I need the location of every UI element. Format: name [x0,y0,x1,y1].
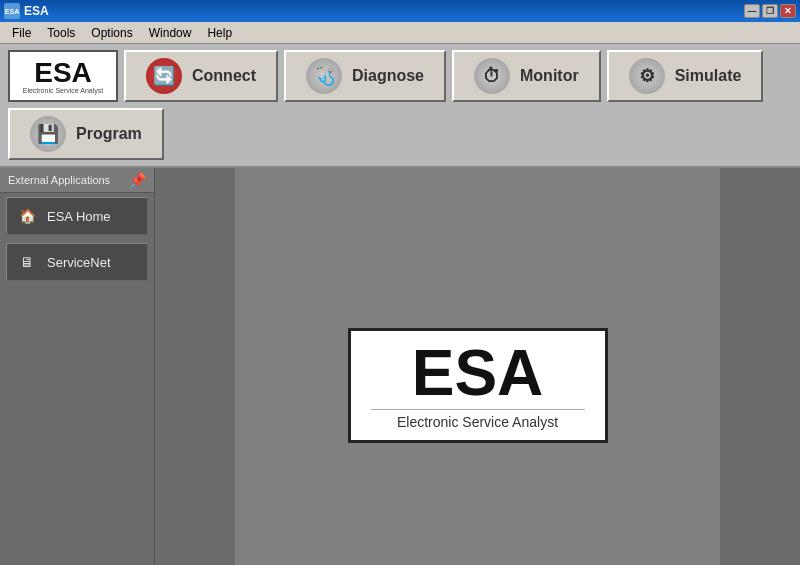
menu-bar: File Tools Options Window Help [0,22,800,44]
main-layout: External Applications 📌 🏠 ESA Home 🖥 Ser… [0,168,800,565]
content-center-panel: ESA Electronic Service Analyst [235,168,720,565]
program-label: Program [76,125,142,143]
servicenet-icon: 🖥 [17,252,37,272]
connect-button[interactable]: 🔄 Connect [124,50,278,102]
sidebar-title: External Applications [8,174,110,186]
title-bar: ESA ESA — ❐ ✕ [0,0,800,22]
sidebar-item-esa-home[interactable]: 🏠 ESA Home [6,197,148,235]
menu-file[interactable]: File [4,24,39,42]
sidebar-pin-icon[interactable]: 📌 [129,172,146,188]
app-icon: ESA [4,3,20,19]
esa-logo-text: ESA [34,59,92,87]
menu-options[interactable]: Options [83,24,140,42]
menu-window[interactable]: Window [141,24,200,42]
main-toolbar: ESA Electronic Service Analyst 🔄 Connect… [0,44,800,168]
program-icon: 💾 [30,116,66,152]
simulate-icon: ⚙ [629,58,665,94]
esa-center-logo: ESA Electronic Service Analyst [348,328,608,443]
sidebar-header: External Applications 📌 [0,168,154,193]
diagnose-button[interactable]: 🩺 Diagnose [284,50,446,102]
esa-logo-subtitle: Electronic Service Analyst [23,87,104,94]
home-icon: 🏠 [17,206,37,226]
monitor-button[interactable]: ⏱ Monitor [452,50,601,102]
esa-center-tagline: Electronic Service Analyst [371,409,585,430]
menu-tools[interactable]: Tools [39,24,83,42]
content-area: ESA Electronic Service Analyst [155,168,800,565]
diagnose-icon: 🩺 [306,58,342,94]
program-button[interactable]: 💾 Program [8,108,164,160]
diagnose-label: Diagnose [352,67,424,85]
restore-button[interactable]: ❐ [762,4,778,18]
menu-help[interactable]: Help [199,24,240,42]
sidebar-item-servicenet-label: ServiceNet [47,255,111,270]
minimize-button[interactable]: — [744,4,760,18]
window-controls: — ❐ ✕ [744,4,796,18]
content-inner: ESA Electronic Service Analyst [155,168,800,565]
content-right-panel [720,168,800,565]
content-left-panel [155,168,235,565]
connect-label: Connect [192,67,256,85]
simulate-label: Simulate [675,67,742,85]
monitor-icon: ⏱ [474,58,510,94]
monitor-label: Monitor [520,67,579,85]
sidebar-item-esa-home-label: ESA Home [47,209,111,224]
titlebar-left: ESA ESA [4,3,49,19]
esa-header-logo: ESA Electronic Service Analyst [8,50,118,102]
window-title: ESA [24,4,49,18]
sidebar: External Applications 📌 🏠 ESA Home 🖥 Ser… [0,168,155,565]
close-button[interactable]: ✕ [780,4,796,18]
esa-center-logo-text: ESA [371,341,585,405]
simulate-button[interactable]: ⚙ Simulate [607,50,764,102]
sidebar-item-servicenet[interactable]: 🖥 ServiceNet [6,243,148,281]
connect-icon: 🔄 [146,58,182,94]
